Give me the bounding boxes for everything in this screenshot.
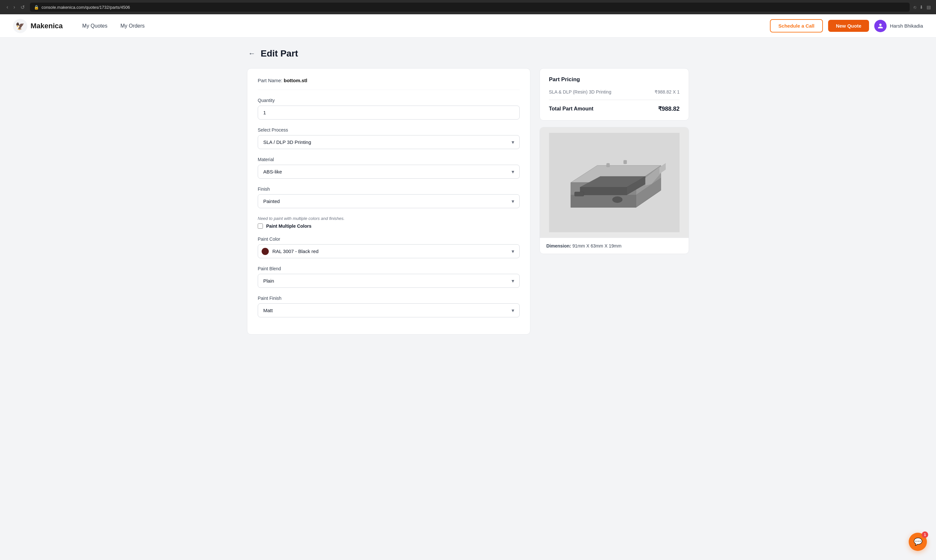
paint-blend-label: Paint Blend xyxy=(258,266,520,271)
main-nav: My Quotes My Orders xyxy=(82,23,770,29)
pricing-process-value: ₹988.82 X 1 xyxy=(655,89,680,94)
schedule-call-button[interactable]: Schedule a Call xyxy=(770,19,823,32)
right-column: Part Pricing SLA & DLP (Resin) 3D Printi… xyxy=(540,68,689,254)
two-col-layout: Part Name: bottom.stl Quantity Select Pr… xyxy=(247,68,689,335)
model-dimensions: Dimension: 91mm X 63mm X 19mm xyxy=(540,238,689,254)
finish-label: Finish xyxy=(258,186,520,192)
page-title: Edit Part xyxy=(261,48,298,59)
paint-blend-select-wrapper: Plain Metallic Pearl ▼ xyxy=(258,274,520,288)
pricing-process-label: SLA & DLP (Resin) 3D Printing xyxy=(549,89,611,94)
paint-color-select[interactable]: RAL 3007 - Black red RAL 9005 - Jet blac… xyxy=(258,244,520,258)
browser-reload-button[interactable]: ↺ xyxy=(19,3,26,12)
browser-addressbar[interactable]: 🔒 console.makenica.com/quotes/1732/parts… xyxy=(30,3,910,12)
logo-text: Makenica xyxy=(31,22,63,30)
material-select[interactable]: ABS-like ABS PLA Nylon xyxy=(258,165,520,178)
paint-color-group: Paint Color RAL 3007 - Black red RAL 900… xyxy=(258,237,520,258)
svg-marker-4 xyxy=(571,195,636,207)
pricing-total-value: ₹988.82 xyxy=(658,105,680,112)
svg-text:🦅: 🦅 xyxy=(15,22,25,31)
browser-icons-right: ⎋ ⬇ ▤ xyxy=(914,5,931,10)
user-name: Harsh Bhikadia xyxy=(890,23,923,29)
model-card: Dimension: 91mm X 63mm X 19mm xyxy=(540,127,689,254)
svg-rect-16 xyxy=(606,163,610,167)
paint-color-swatch xyxy=(262,248,269,255)
pricing-total-label: Total Part Amount xyxy=(549,106,594,112)
finish-select-wrapper: Painted Raw Smoothed Polished ▼ xyxy=(258,194,520,208)
logo-icon: 🦅 xyxy=(13,19,27,33)
pricing-title: Part Pricing xyxy=(549,76,680,83)
model-viewer[interactable] xyxy=(540,127,689,238)
sidebar-icon[interactable]: ▤ xyxy=(927,5,931,10)
process-select[interactable]: SLA / DLP 3D Printing FDM 3D Printing MJ… xyxy=(258,135,520,149)
quantity-input[interactable] xyxy=(258,106,520,120)
dimension-value: 91mm X 63mm X 19mm xyxy=(572,243,621,249)
paint-color-label: Paint Color xyxy=(258,237,520,242)
browser-nav-buttons: ‹ › ↺ xyxy=(5,3,26,12)
finish-group: Finish Painted Raw Smoothed Polished ▼ xyxy=(258,186,520,208)
paint-blend-group: Paint Blend Plain Metallic Pearl ▼ xyxy=(258,266,520,288)
model-3d-svg xyxy=(547,133,681,232)
part-name-row: Part Name: bottom.stl xyxy=(258,78,520,90)
paint-finish-group: Paint Finish Matt Gloss Satin ▼ xyxy=(258,295,520,317)
header-actions: Schedule a Call New Quote Harsh Bhikadia xyxy=(770,19,923,32)
new-quote-button[interactable]: New Quote xyxy=(828,20,869,32)
app-header: 🦅 Makenica My Quotes My Orders Schedule … xyxy=(0,14,936,38)
process-label: Select Process xyxy=(258,127,520,132)
svg-rect-13 xyxy=(575,192,584,196)
part-name-prefix: Part Name: xyxy=(258,78,282,83)
user-avatar xyxy=(874,20,887,32)
browser-chrome: ‹ › ↺ 🔒 console.makenica.com/quotes/1732… xyxy=(0,0,936,14)
paint-multiple-checkbox[interactable] xyxy=(258,223,263,229)
paint-blend-select[interactable]: Plain Metallic Pearl xyxy=(258,274,520,288)
paint-colors-hint: Need to paint with multiple colors and f… xyxy=(258,216,520,221)
paint-multiple-label[interactable]: Paint Multiple Colors xyxy=(266,223,311,229)
pricing-total-row: Total Part Amount ₹988.82 xyxy=(549,105,680,112)
paint-color-select-wrapper: RAL 3007 - Black red RAL 9005 - Jet blac… xyxy=(258,244,520,258)
process-select-wrapper: SLA / DLP 3D Printing FDM 3D Printing MJ… xyxy=(258,135,520,149)
paint-finish-select-wrapper: Matt Gloss Satin ▼ xyxy=(258,303,520,317)
page-header: ← Edit Part xyxy=(247,48,689,59)
material-select-wrapper: ABS-like ABS PLA Nylon ▼ xyxy=(258,165,520,178)
share-icon[interactable]: ⎋ xyxy=(914,5,916,10)
back-button[interactable]: ← xyxy=(247,48,257,59)
pricing-card: Part Pricing SLA & DLP (Resin) 3D Printi… xyxy=(540,68,689,120)
svg-point-14 xyxy=(612,197,622,203)
finish-select[interactable]: Painted Raw Smoothed Polished xyxy=(258,194,520,208)
paint-finish-label: Paint Finish xyxy=(258,295,520,301)
quantity-label: Quantity xyxy=(258,98,520,103)
paint-finish-select[interactable]: Matt Gloss Satin xyxy=(258,303,520,317)
logo-link[interactable]: 🦅 Makenica xyxy=(13,19,63,33)
paint-multiple-row: Paint Multiple Colors xyxy=(258,223,520,229)
material-label: Material xyxy=(258,157,520,162)
url-text: console.makenica.com/quotes/1732/parts/4… xyxy=(42,5,130,10)
pricing-process-row: SLA & DLP (Resin) 3D Printing ₹988.82 X … xyxy=(549,89,680,94)
lock-icon: 🔒 xyxy=(34,5,39,10)
form-panel: Part Name: bottom.stl Quantity Select Pr… xyxy=(247,68,530,335)
browser-back-button[interactable]: ‹ xyxy=(5,3,9,11)
user-area[interactable]: Harsh Bhikadia xyxy=(874,20,923,32)
nav-my-quotes[interactable]: My Quotes xyxy=(82,23,107,29)
process-group: Select Process SLA / DLP 3D Printing FDM… xyxy=(258,127,520,149)
pricing-divider xyxy=(549,100,680,100)
browser-forward-button[interactable]: › xyxy=(12,3,16,11)
quantity-group: Quantity xyxy=(258,98,520,120)
svg-marker-11 xyxy=(580,187,627,195)
download-icon[interactable]: ⬇ xyxy=(919,5,923,10)
dimension-label: Dimension: xyxy=(546,243,571,249)
page-content: ← Edit Part Part Name: bottom.stl Quanti… xyxy=(234,38,702,345)
svg-rect-17 xyxy=(624,160,627,164)
part-name-value: bottom.stl xyxy=(284,78,307,83)
nav-my-orders[interactable]: My Orders xyxy=(120,23,145,29)
material-group: Material ABS-like ABS PLA Nylon ▼ xyxy=(258,157,520,178)
